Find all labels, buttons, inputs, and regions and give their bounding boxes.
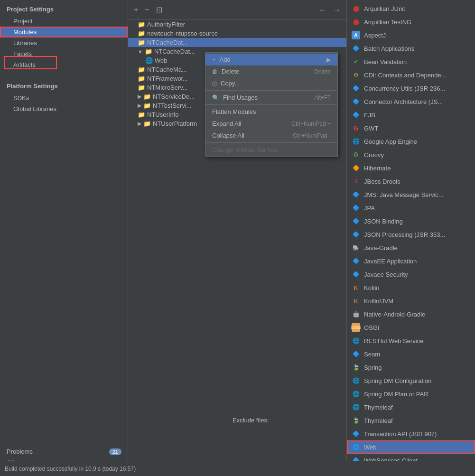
add-icon: +: [212, 56, 216, 63]
ctx-expand-all[interactable]: Expand All Ctrl+NumPad +: [205, 118, 337, 130]
fw-thymeleaf[interactable]: 🍃 Thymeleaf: [347, 414, 475, 427]
fw-label: Native-Android-Gradle: [364, 311, 425, 318]
fw-label: EJB: [364, 112, 375, 119]
fw-arquillian-junit[interactable]: ⬤ Arquillian JUnit: [347, 2, 475, 15]
restful-icon: 🌐: [352, 336, 360, 345]
spring-dm-plan-icon: 🌐: [352, 390, 360, 398]
fw-label: Spring DM Configuration: [364, 377, 431, 384]
back-button[interactable]: ←: [317, 5, 328, 15]
web-fw-icon: 🌐: [352, 443, 360, 451]
fw-tapestry[interactable]: 🌐 Thymeleaf: [347, 401, 475, 414]
fw-web[interactable]: 🌐 Web: [347, 440, 475, 454]
fw-kotlin[interactable]: K Kotlin: [347, 281, 475, 294]
fw-kotlin-jvm[interactable]: K Kotlin/JVM: [347, 294, 475, 308]
thymeleaf-icon: 🍃: [352, 416, 360, 425]
fw-java-gradle[interactable]: 🐘 Java-Gradle: [347, 241, 475, 254]
remove-button[interactable]: −: [143, 5, 151, 15]
fw-jboss-drools[interactable]: J JBoss Drools: [347, 175, 475, 188]
tree-item-label: NTUserPlatform: [153, 120, 197, 127]
fw-groovy[interactable]: G Groovy: [347, 148, 475, 161]
fw-json-binding[interactable]: 🔷 JSON Binding: [347, 215, 475, 228]
fw-spring-dm-config[interactable]: 🌐 Spring DM Configuration: [347, 374, 475, 387]
fw-ejb[interactable]: 🔷 EJB: [347, 108, 475, 121]
fw-jpa[interactable]: 🔷 JPA: [347, 201, 475, 215]
tree-item-label: NTCacheDat...: [147, 39, 188, 46]
module-icon: 📁: [138, 66, 145, 73]
fw-bean-validation[interactable]: ✔ Bean Validation: [347, 55, 475, 68]
arquillian-testng-icon: ⬤: [352, 18, 360, 26]
ctx-find-usages[interactable]: 🔍 Find Usages Alt+F7: [205, 92, 337, 103]
ctx-copy[interactable]: ⊡ Copy...: [205, 77, 337, 89]
ctx-add[interactable]: + Add ▶: [205, 54, 337, 65]
fw-batch-applications[interactable]: 🔷 Batch Applications: [347, 42, 475, 55]
status-message: Build completed successfully in 10.9 s (…: [5, 466, 136, 472]
ctx-change-module-names: Change Module Names...: [205, 144, 337, 156]
fw-label: Thymeleaf: [364, 417, 393, 424]
fw-label: JBoss Drools: [364, 178, 400, 185]
copy-button[interactable]: ⊡: [154, 4, 164, 15]
sidebar-item-libraries[interactable]: Libraries: [0, 37, 128, 48]
fw-native-android[interactable]: 🤖 Native-Android-Gradle: [347, 308, 475, 321]
spring-icon: 🍃: [352, 363, 360, 372]
ctx-collapse-all[interactable]: Collapse All Ctrl+NumPad -: [205, 130, 337, 141]
sidebar-item-modules[interactable]: Modules: [0, 27, 128, 37]
sidebar-item-project[interactable]: Project: [0, 16, 128, 27]
sidebar-item-global-libraries[interactable]: Global Libraries: [0, 103, 128, 114]
ctx-delete[interactable]: 🗑 Delete Delete: [205, 65, 337, 77]
fw-label: Thymeleaf: [364, 404, 393, 411]
sidebar-item-sdks[interactable]: SDKs: [0, 93, 128, 103]
arquillian-junit-icon: ⬤: [352, 4, 360, 13]
fw-arquillian-testng[interactable]: ⬤ Arquillian TestNG: [347, 15, 475, 28]
json-proc-icon: 🔷: [352, 230, 360, 239]
add-button[interactable]: +: [132, 5, 140, 15]
expand-icon: ▼: [138, 49, 143, 55]
fw-label: Bean Validation: [364, 58, 407, 65]
fw-gwt[interactable]: G GWT: [347, 121, 475, 135]
forward-button[interactable]: →: [331, 5, 343, 15]
module-icon: 📁: [145, 48, 152, 55]
delete-shortcut: Delete: [314, 68, 331, 75]
ejb-icon: 🔷: [352, 111, 360, 119]
problems-item[interactable]: Problems 21: [0, 446, 128, 457]
ctx-add-label: Add: [220, 56, 231, 63]
fw-javaee-security[interactable]: 🔷 Javaee Security: [347, 268, 475, 281]
module-icon: 📁: [138, 111, 145, 118]
ctx-separator-1: [205, 90, 337, 91]
fw-seam[interactable]: 🔷 Seam: [347, 347, 475, 361]
transaction-icon: 🔷: [352, 429, 360, 438]
sidebar-item-facets[interactable]: Facets: [0, 48, 128, 59]
kotlin-icon: K: [352, 283, 360, 292]
fw-jms[interactable]: 🔷 JMS: Java Message Servic...: [347, 188, 475, 201]
fw-google-app-engine[interactable]: 🌐 Google App Engine: [347, 135, 475, 148]
fw-aspectj[interactable]: A AspectJ: [347, 28, 475, 42]
main-toolbar: + − ⊡ ← →: [128, 0, 346, 20]
fw-label: CDI: Contexts and Depende...: [364, 72, 446, 79]
ctx-delete-label: Delete: [222, 68, 240, 75]
collapse-shortcut: Ctrl+NumPad -: [293, 132, 331, 139]
fw-label: Kotlin/JVM: [364, 298, 393, 305]
fw-json-processing[interactable]: 🔷 JSON Processing (JSR 353...: [347, 228, 475, 241]
tree-item-ntupsso[interactable]: 📁 newtouch-ntupsso-source: [128, 29, 346, 38]
module-icon: 📁: [138, 39, 145, 46]
fw-spring-dm-plan[interactable]: 🌐 Spring DM Plan or PAR: [347, 387, 475, 401]
sidebar-item-artifacts[interactable]: Artifacts: [0, 59, 128, 70]
batch-icon: 🔷: [352, 44, 360, 53]
ctx-copy-label: Copy...: [221, 80, 240, 87]
web-icon: 🌐: [145, 57, 153, 64]
tree-item-ntcachedata1[interactable]: 📁 NTCacheDat...: [128, 38, 346, 47]
fw-spring[interactable]: 🍃 Spring: [347, 361, 475, 374]
fw-hibernate[interactable]: 🔶 Hibernate: [347, 161, 475, 175]
fw-connector[interactable]: 🔷 Connector Architecture (JS...: [347, 95, 475, 108]
ctx-flatten[interactable]: Flatten Modules: [205, 106, 337, 118]
fw-cdi[interactable]: ⚙ CDI: Contexts and Depende...: [347, 68, 475, 82]
module-icon: 📁: [138, 75, 145, 82]
module-icon: 📁: [143, 93, 151, 100]
fw-restful[interactable]: 🌐 RESTful Web Service: [347, 334, 475, 347]
fw-osgi[interactable]: OSGi OSGi: [347, 321, 475, 334]
module-icon: 📁: [143, 120, 151, 127]
fw-transaction-api[interactable]: 🔷 Transaction API (JSR 907): [347, 427, 475, 440]
fw-concurrency[interactable]: 🔷 Concurrency Utils (JSR 236...: [347, 82, 475, 95]
fw-javaee-app[interactable]: 🔷 JavaEE Application: [347, 254, 475, 268]
folder-icon: 📁: [138, 30, 145, 37]
tree-item-authorityfilter[interactable]: 📁 AuthorityFilter: [128, 20, 346, 29]
